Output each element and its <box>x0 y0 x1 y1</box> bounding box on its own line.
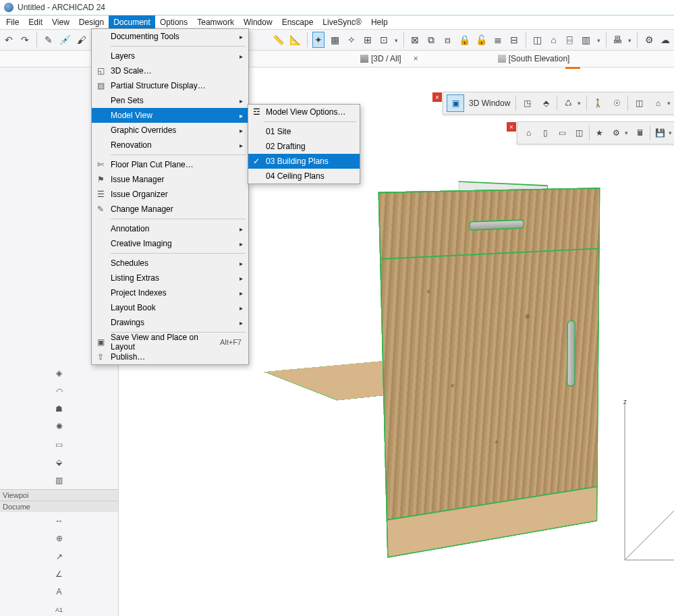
grid-snap-icon[interactable]: ▦ <box>329 32 341 48</box>
eyedropper-icon[interactable]: ✎ <box>43 32 55 48</box>
menu-layers[interactable]: Layers <box>92 49 248 63</box>
axo-icon[interactable]: ⬘ <box>537 94 555 112</box>
3d-selection-icon[interactable]: ⌂ <box>649 94 667 112</box>
zone-tool-icon[interactable]: ▭ <box>51 437 67 452</box>
morph-tool-icon[interactable]: ⬙ <box>51 455 67 470</box>
ungroup-icon[interactable]: ⧈ <box>441 32 453 48</box>
menu-edit[interactable]: Edit <box>24 16 47 29</box>
submenu-03-building-plans[interactable]: ✓03 Building Plans <box>248 154 360 169</box>
submenu-02-drafting[interactable]: 02 Drafting <box>248 139 360 154</box>
menu-save-view-on-layout[interactable]: ▣Save View and Place on Layout Alt+F7 <box>92 335 248 349</box>
elevation-icon[interactable]: ⌸ <box>563 32 575 48</box>
walk-icon[interactable]: 🚶 <box>589 94 607 112</box>
menu-partial-structure[interactable]: ▤Partial Structure Display… <box>92 78 248 93</box>
bim-icon[interactable]: ☁ <box>659 32 671 48</box>
menu-documenting-tools[interactable]: Documenting Tools <box>92 29 248 44</box>
edit-beams-icon[interactable]: ▭ <box>555 124 570 142</box>
menu-graphic-overrides[interactable]: Graphic Overrides <box>92 123 248 138</box>
menu-window[interactable]: Window <box>239 16 277 29</box>
menu-drawings[interactable]: Drawings <box>92 315 248 330</box>
shell-tool-icon[interactable]: ◠ <box>51 383 67 398</box>
unlock-icon[interactable]: 🔓 <box>475 32 488 48</box>
level-dim-tool-icon[interactable]: ⊕ <box>51 531 67 546</box>
menu-livesync[interactable]: LiveSync® <box>318 16 366 29</box>
tab-south-elevation[interactable]: [South Elevation] <box>494 53 574 65</box>
edit-elements-icon[interactable]: ⌂ <box>521 124 536 142</box>
edit-profiles-icon[interactable]: ◫ <box>571 124 587 142</box>
float-3d-window-toolbar[interactable]: × ▣ 3D Window ◳ ⬘ ♺ ▾ 🚶 ☉ ◫ ⌂ ▾ <box>443 92 674 115</box>
menu-schedules[interactable]: Schedules <box>92 256 248 271</box>
perspective-icon[interactable]: ◳ <box>518 94 536 112</box>
ruler-icon[interactable]: 📐 <box>289 32 302 48</box>
section-icon[interactable]: ⌂ <box>547 32 559 48</box>
submenu-model-view-options[interactable]: ☲Model View Options… <box>248 105 360 119</box>
menu-change-manager[interactable]: ✎Change Manager <box>92 202 248 217</box>
dropdown-icon[interactable] <box>596 35 600 45</box>
syringe-icon[interactable]: 💉 <box>59 32 72 48</box>
submenu-04-ceiling-plans[interactable]: 04 Ceiling Plans <box>248 169 360 184</box>
menu-pen-sets[interactable]: Pen Sets <box>92 93 248 108</box>
favorites-icon[interactable]: ★ <box>592 124 607 142</box>
menu-issue-organizer[interactable]: ☰Issue Organizer <box>92 187 248 202</box>
menu-help[interactable]: Help <box>366 16 393 29</box>
menu-publish[interactable]: ⇪Publish… <box>92 349 248 364</box>
redo-icon[interactable]: ↷ <box>19 32 31 48</box>
submenu-01-site[interactable]: 01 Site <box>248 124 360 139</box>
menu-listing-extras[interactable]: Listing Extras <box>92 271 248 285</box>
group-icon[interactable]: ⧉ <box>425 32 437 48</box>
menu-file[interactable]: File <box>1 16 24 29</box>
section-document[interactable]: Docume <box>0 501 118 512</box>
look-icon[interactable]: ☉ <box>608 94 625 112</box>
menu-annotation[interactable]: Annotation <box>92 221 248 236</box>
edit-columns-icon[interactable]: ▯ <box>538 124 553 142</box>
menu-options[interactable]: Options <box>155 16 192 29</box>
brush-icon[interactable]: 🖌 <box>76 32 88 48</box>
snap-guide-icon[interactable]: ⊡ <box>378 32 390 48</box>
snap-point-icon[interactable]: ✦ <box>312 32 325 48</box>
menu-issue-manager[interactable]: ⚑Issue Manager <box>92 172 248 187</box>
menu-model-view[interactable]: Model View <box>92 108 248 123</box>
close-icon[interactable]: × <box>432 92 442 102</box>
3d-cutaway-icon[interactable]: ◫ <box>630 94 648 112</box>
toggle-grid-icon[interactable]: ✧ <box>345 32 357 48</box>
print-icon[interactable]: 🖶 <box>611 32 623 48</box>
dimension-tool-icon[interactable]: ↔ <box>51 513 67 528</box>
menu-project-indexes[interactable]: Project Indexes <box>92 285 248 300</box>
menu-3d-scale[interactable]: ◱3D Scale… <box>92 63 248 78</box>
marquee-icon[interactable]: ◫ <box>531 32 543 48</box>
suspend-groups-icon[interactable]: ⊠ <box>409 32 421 48</box>
undo-icon[interactable]: ↶ <box>3 32 15 48</box>
lock-icon[interactable]: 🔒 <box>458 32 471 48</box>
section-viewpoints[interactable]: Viewpoi <box>0 489 118 501</box>
mesh-tool-icon[interactable]: ◈ <box>51 366 67 381</box>
attribute-icon[interactable]: ⚙ <box>609 124 624 142</box>
float-edit-toolbar[interactable]: × ⌂ ▯ ▭ ◫ ★ ⚙ ▾ 🖩 💾 ▾ <box>517 121 674 144</box>
menu-design[interactable]: Design <box>74 16 109 29</box>
menu-floor-plan-cut[interactable]: ✄Floor Plan Cut Plane… <box>92 157 248 172</box>
dropdown-icon[interactable] <box>627 35 631 45</box>
tab-3d-all[interactable]: [3D / All] × <box>356 53 422 65</box>
display-order-icon[interactable]: ≣ <box>492 32 504 48</box>
radial-dim-tool-icon[interactable]: ↗ <box>51 549 67 564</box>
object-tool-icon[interactable]: ☗ <box>51 401 67 416</box>
menu-creative-imaging[interactable]: Creative Imaging <box>92 236 248 251</box>
label-tool-icon[interactable]: A1 <box>51 603 67 616</box>
close-icon[interactable]: × <box>414 54 418 63</box>
lamp-tool-icon[interactable]: ✺ <box>51 419 67 434</box>
orbit-icon[interactable]: ♺ <box>559 94 577 112</box>
menu-renovation[interactable]: Renovation <box>92 138 248 152</box>
calc-icon[interactable]: 🖩 <box>632 124 648 142</box>
menu-teamwork[interactable]: Teamwork <box>192 16 239 29</box>
angle-dim-tool-icon[interactable]: ∠ <box>51 567 67 582</box>
menu-document[interactable]: Document <box>109 16 155 29</box>
save-icon[interactable]: 💾 <box>652 124 668 142</box>
measure-icon[interactable]: 📏 <box>272 32 285 48</box>
cabinet-object[interactable]: z y x <box>308 175 674 616</box>
menu-enscape[interactable]: Enscape <box>277 16 318 29</box>
dropdown-icon[interactable] <box>394 35 398 45</box>
text-tool-icon[interactable]: A <box>51 584 67 599</box>
menu-view[interactable]: View <box>47 16 74 29</box>
curtainwall-tool-icon[interactable]: ▥ <box>51 472 67 487</box>
teamwork-icon[interactable]: ⚙ <box>643 32 655 48</box>
guideline-icon[interactable]: ⊞ <box>362 32 374 48</box>
